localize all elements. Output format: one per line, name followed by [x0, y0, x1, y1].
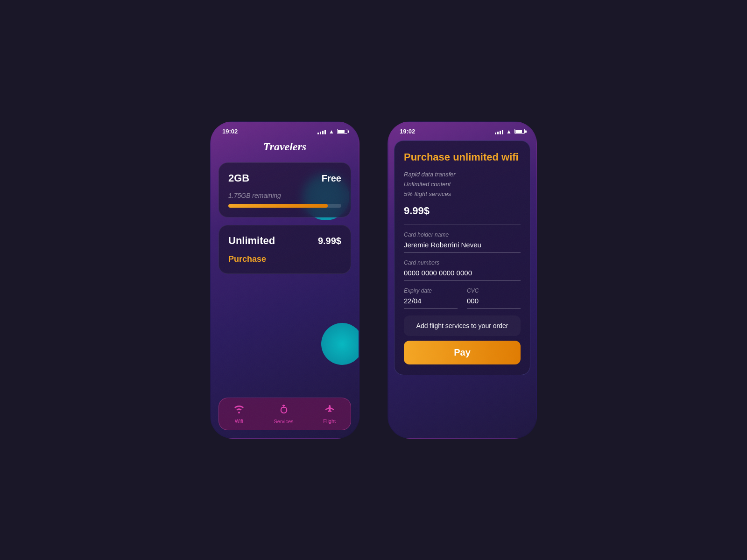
- cvc-label: CVC: [467, 287, 521, 294]
- status-bar-right: 19:02 ▲: [388, 122, 536, 137]
- pay-button[interactable]: Pay: [404, 341, 521, 364]
- battery-icon-right: [514, 129, 525, 134]
- add-flight-button[interactable]: Add flight services to your order: [404, 315, 521, 336]
- feature-1: Rapid data transfer: [404, 171, 521, 178]
- purchase-title: Purchase unlimited wifi: [404, 151, 521, 163]
- nav-services[interactable]: Services: [274, 404, 293, 424]
- battery-fill-right: [515, 130, 522, 133]
- card-unlimited-label: Unlimited: [228, 235, 275, 247]
- nav-wifi-label: Wifi: [235, 418, 243, 424]
- expiry-value: 22/04: [404, 297, 458, 309]
- cvc-value: 000: [467, 297, 521, 309]
- expiry-label: Expiry date: [404, 287, 458, 294]
- phones-container: 19:02 ▲ Travelers: [210, 121, 537, 439]
- card-numbers-value: 0000 0000 0000 0000: [404, 269, 521, 281]
- card-unlimited: Unlimited 9.99$ Purchase: [218, 225, 351, 274]
- battery-icon: [337, 129, 347, 134]
- expiry-cvc-row: Expiry date 22/04 CVC 000: [404, 287, 521, 315]
- battery-fill: [338, 130, 345, 133]
- time-left: 19:02: [222, 128, 238, 135]
- wifi-nav-icon: [234, 404, 244, 416]
- wifi-status-icon-right: ▲: [506, 128, 512, 135]
- expiry-col: Expiry date 22/04: [404, 287, 458, 315]
- card-unlimited-value: 9.99$: [318, 236, 341, 246]
- card-2gb-remaining: 1.75GB remaining: [228, 192, 341, 199]
- purchase-label[interactable]: Purchase: [228, 254, 341, 264]
- nav-flight-label: Flight: [323, 418, 336, 424]
- purchase-card: Purchase unlimited wifi Rapid data trans…: [394, 140, 530, 375]
- progress-bar-fill: [228, 204, 328, 208]
- card-2gb: 2GB Free 1.75GB remaining: [218, 162, 351, 217]
- divider-1: [404, 224, 521, 225]
- signal-icon-right: [495, 129, 503, 134]
- nav-services-label: Services: [274, 419, 293, 424]
- card-numbers-label: Card numbers: [404, 259, 521, 266]
- card-holder-value: Jeremie Roberrini Neveu: [404, 241, 521, 253]
- status-bar-left: 19:02 ▲: [211, 122, 359, 137]
- cvc-col: CVC 000: [467, 287, 521, 315]
- flight-nav-icon: [324, 404, 335, 416]
- card-2gb-label: 2GB: [228, 172, 249, 184]
- price: 9.99$: [404, 205, 521, 217]
- app-title: Travelers: [218, 140, 351, 153]
- nav-flight[interactable]: Flight: [323, 404, 336, 424]
- nav-wifi[interactable]: Wifi: [234, 404, 244, 424]
- phone-right: 19:02 ▲ Purchase unlimited wifi: [388, 121, 537, 439]
- progress-bar-bg: [228, 204, 341, 208]
- wifi-status-icon: ▲: [329, 128, 334, 135]
- services-nav-icon: [280, 404, 288, 417]
- status-icons-left: ▲: [317, 128, 347, 135]
- phone-left: 19:02 ▲ Travelers: [210, 121, 359, 439]
- signal-icon: [317, 129, 326, 134]
- card-2gb-value: Free: [322, 173, 341, 184]
- feature-2: Unlimited content: [404, 181, 521, 188]
- card-holder-label: Card holder name: [404, 231, 521, 238]
- status-icons-right: ▲: [495, 128, 525, 135]
- time-right: 19:02: [400, 128, 415, 135]
- feature-3: 5% flight services: [404, 190, 521, 197]
- bottom-nav: Wifi Services Flig: [218, 398, 351, 430]
- feature-list: Rapid data transfer Unlimited content 5%…: [404, 171, 521, 197]
